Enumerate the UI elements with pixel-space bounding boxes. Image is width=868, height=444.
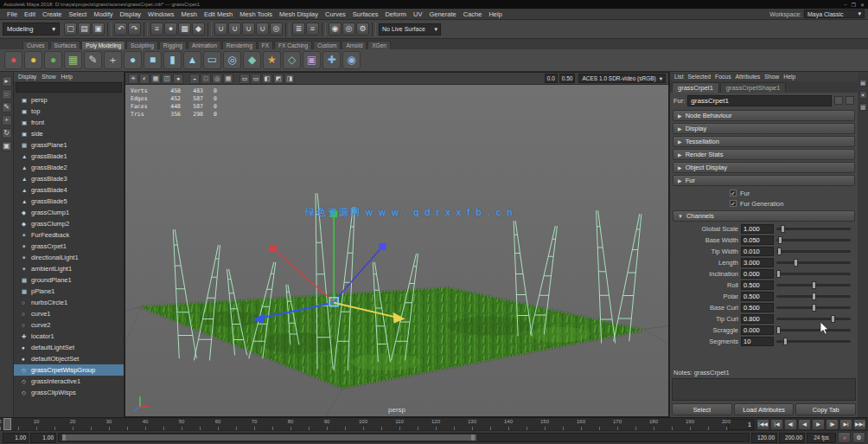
save-scene-icon[interactable]: ▣ [92, 23, 105, 35]
vp-lighting-icon[interactable]: ☀ [128, 74, 138, 84]
grass-plane[interactable] [141, 288, 643, 388]
select-by-component-icon[interactable]: ▦ [178, 23, 191, 35]
snap-to-curves-icon[interactable]: ∪ [228, 23, 241, 35]
tool-settings-toggle-icon[interactable]: ✦ [859, 91, 867, 99]
close-button[interactable]: ✕ [860, 2, 865, 8]
attribute-value-field[interactable]: 0.500 [741, 280, 774, 290]
shelf-tab-animation[interactable]: Animation [188, 41, 221, 49]
menu-deform[interactable]: Deform [381, 10, 410, 18]
menu-file[interactable]: File [3, 10, 21, 18]
vp-textured-icon[interactable]: ▦ [150, 74, 161, 84]
menu-cache[interactable]: Cache [460, 10, 486, 18]
menu-surfaces[interactable]: Surfaces [349, 10, 382, 18]
colorspace-dropdown[interactable]: ACES 1.0 SDR-video (sRGB) ▾ [578, 74, 666, 83]
checkbox-fur[interactable]: ✓ [730, 190, 737, 196]
workspace-dropdown[interactable]: Maya Classic ▾ [804, 10, 865, 18]
attribute-value-field[interactable]: 0.800 [741, 314, 774, 324]
ipr-render-icon[interactable]: ◎ [342, 23, 355, 35]
poly-cone-icon[interactable]: ▲ [183, 51, 201, 69]
section-tessellation[interactable]: ▶Tessellation [673, 136, 855, 147]
outliner-menu-show[interactable]: Show [41, 74, 55, 80]
slider-handle[interactable] [776, 270, 781, 278]
ae-tab-grasscrpetshape1[interactable]: grassCrpetShape1 [720, 82, 787, 93]
shelf-tab-sculpting[interactable]: Sculpting [126, 41, 158, 49]
manipulator-z-handle[interactable] [379, 243, 386, 250]
paint-select-tool-icon[interactable]: ✎ [2, 102, 12, 113]
vp-grid-icon[interactable]: ▦ [223, 74, 233, 84]
vp-shadows-icon[interactable]: ◒ [189, 74, 200, 84]
menu-mesh[interactable]: Mesh [178, 10, 201, 18]
outliner-item-curve1[interactable]: ○curve1 [14, 308, 124, 319]
slider-handle[interactable] [812, 293, 816, 300]
lasso-tool-icon[interactable]: ◌ [2, 89, 12, 100]
shelf-tab-xgen[interactable]: XGen [367, 41, 391, 49]
outliner-item-ambientlight1[interactable]: ✶ambientLight1 [14, 263, 124, 274]
extrude-icon[interactable]: ▣ [303, 51, 321, 69]
snap-to-points-icon[interactable]: ∪ [242, 23, 255, 35]
viewport-canvas[interactable]: Verts4504830Edges4525870Faces4485870Tris… [125, 85, 668, 416]
multicut-icon[interactable]: ✚ [322, 51, 341, 69]
section-render-stats[interactable]: ▶Render Stats [673, 149, 855, 160]
slider-handle[interactable] [831, 315, 835, 323]
range-slider-bar[interactable] [62, 434, 476, 441]
outliner-item-front[interactable]: ▣front [14, 117, 124, 128]
outliner-item-defaultobjectset[interactable]: ●defaultObjectSet [14, 353, 124, 364]
animation-start-field[interactable]: 1.00 [3, 433, 29, 443]
slider-handle[interactable] [781, 225, 785, 233]
outliner-item-grassclump2[interactable]: ◆grassClump2 [14, 218, 124, 229]
section-channels[interactable]: ▼Channels [673, 210, 855, 222]
exposure-field[interactable]: 0.0 [545, 74, 558, 83]
step-back-key-button[interactable]: ◀| [784, 419, 797, 430]
ae-button-select[interactable]: Select [672, 403, 732, 415]
bevel-icon[interactable]: ◇ [283, 51, 301, 69]
vp-default-material-icon[interactable]: ● [173, 74, 183, 84]
outliner-item-grassclump1[interactable]: ◆grassClump1 [14, 207, 124, 218]
outliner-search-input[interactable] [16, 82, 122, 93]
slider-handle[interactable] [812, 304, 816, 312]
attribute-slider[interactable] [776, 284, 851, 286]
slider-handle[interactable] [783, 338, 788, 345]
target-weld-icon[interactable]: ◉ [342, 51, 361, 69]
attribute-slider[interactable] [776, 250, 851, 253]
auto-key-button[interactable]: ● [838, 432, 851, 443]
ae-menu-focus[interactable]: Focus [715, 74, 731, 80]
notes-box[interactable] [672, 378, 856, 401]
minimize-button[interactable]: – [844, 2, 846, 8]
ae-menu-help[interactable]: Help [783, 74, 795, 80]
outliner-item-groundplane1[interactable]: ▦groundPlane1 [14, 274, 124, 286]
menu-help[interactable]: Help [485, 10, 505, 18]
playback-start-field[interactable]: 1.00 [30, 433, 56, 443]
current-frame-field[interactable]: 1 [728, 419, 754, 430]
playback-end-field[interactable]: 120.00 [751, 433, 777, 443]
gamma-field[interactable]: 0.50 [559, 74, 576, 83]
range-end-handle[interactable] [471, 434, 475, 441]
material-sphere-green-icon[interactable]: ● [44, 51, 62, 69]
select-by-hierarchy-icon[interactable]: ≡ [150, 23, 163, 35]
ae-button-copy-tab[interactable]: Copy Tab [795, 403, 856, 415]
current-frame-marker[interactable] [3, 418, 11, 430]
grass-guide-blade[interactable] [614, 214, 641, 341]
outliner-item-grassblade3[interactable]: ▲grassBlade3 [14, 173, 124, 184]
shelf-tab-rigging[interactable]: Rigging [159, 41, 187, 49]
node-name-input[interactable] [687, 95, 832, 106]
menu-edit-mesh[interactable]: Edit Mesh [201, 10, 236, 18]
menu-curves[interactable]: Curves [322, 10, 349, 18]
ae-menu-attributes[interactable]: Attributes [736, 74, 761, 80]
snap-to-planes-icon[interactable]: ∪ [256, 23, 269, 35]
attribute-value-field[interactable]: 0.010 [741, 247, 774, 256]
attribute-slider[interactable] [776, 273, 851, 275]
channel-box-toggle-icon[interactable]: ▥ [859, 103, 867, 111]
attribute-slider[interactable] [776, 318, 851, 320]
section-node-behaviour[interactable]: ▶Node Behaviour [673, 110, 855, 121]
outliner-item-top[interactable]: ▣top [14, 106, 124, 117]
outliner-menu-display[interactable]: Display [18, 74, 36, 80]
poly-torus-icon[interactable]: ◎ [223, 51, 241, 69]
select-tool-icon[interactable]: ▸ [2, 76, 12, 87]
attribute-slider[interactable] [776, 239, 851, 241]
step-back-frame-button[interactable]: |◀ [770, 419, 783, 430]
outliner-item-grassclipwisps[interactable]: ◇grassClipWisps [14, 387, 124, 398]
animation-preferences-button[interactable]: ⚙ [852, 432, 865, 443]
vp-wire-on-shaded-icon[interactable]: ◫ [162, 74, 172, 84]
outliner-item-grassblade2[interactable]: ▲grassBlade2 [14, 162, 124, 173]
ae-tab-grasscrpet1[interactable]: grassCrpet1 [672, 82, 719, 93]
